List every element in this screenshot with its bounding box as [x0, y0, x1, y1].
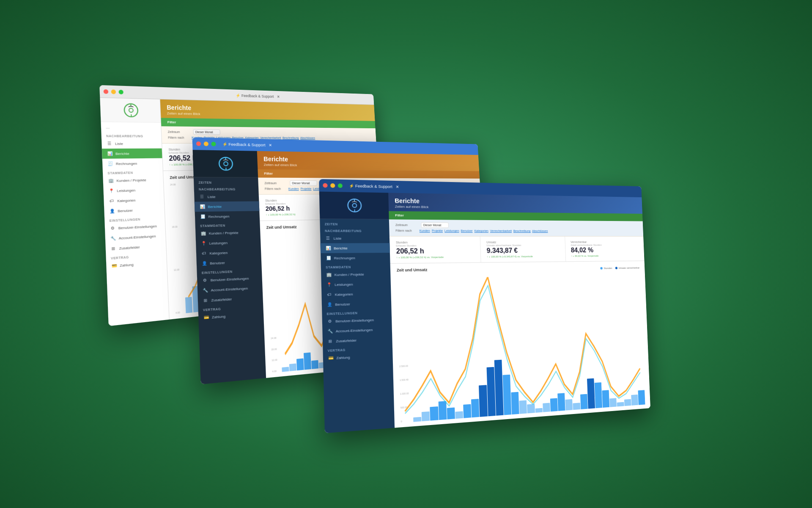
- sidebar-item-rechnungen-3[interactable]: 🧾 Rechnungen: [321, 253, 390, 263]
- svg-point-5: [224, 162, 228, 166]
- fl-kategorien-3[interactable]: Kategorien: [474, 229, 488, 232]
- logo-icon-2: [217, 156, 235, 172]
- filter-bar-2: Filter: [258, 169, 480, 179]
- stat-umsatz-3: Umsatz Umsatz abrechenbarer Stunden 9.34…: [480, 237, 566, 262]
- user-icon-3: 👤: [326, 302, 332, 307]
- page-header-2: Berichte Zeiten auf einen Blick: [257, 151, 479, 171]
- user-settings-icon-1: ⚙: [110, 225, 115, 231]
- cat-icon-2: 🏷: [201, 251, 207, 256]
- user-icon-2: 👤: [201, 261, 207, 266]
- fl-beschreibung-3[interactable]: Beschreibung: [513, 229, 531, 232]
- sidebar-item-kunden-3[interactable]: 🏢 Kunden / Projekte: [321, 269, 391, 280]
- window-max-2[interactable]: [211, 142, 216, 146]
- sidebar-item-rechnungen-1[interactable]: 🧾 Rechnungen: [102, 158, 163, 169]
- services-icon-3: 📍: [326, 282, 332, 287]
- payment-icon-3: 💳: [328, 355, 334, 361]
- clients-icon-2: 🏢: [200, 231, 206, 236]
- app-body-3: Zeiten Nachbearbeitung ☰ Liste 📊 Bericht…: [319, 192, 650, 433]
- cat-icon-3: 🏷: [326, 292, 332, 297]
- sidebar-item-liste-3[interactable]: ☰ Liste: [320, 233, 390, 243]
- extra-icon-2: ⊞: [203, 298, 208, 304]
- account-icon-3: 🔧: [327, 329, 333, 334]
- services-icon-2: 📍: [200, 240, 206, 246]
- clients-icon-3: 🏢: [326, 272, 332, 277]
- filter-label-3: Filter: [395, 213, 404, 217]
- zeitraum-select-2[interactable]: Dieser Monat: [290, 180, 317, 186]
- filter-section-3: Zeitraum Dieser Monat Filtern nach Kunde…: [389, 219, 643, 236]
- list-icon-3: ☰: [325, 236, 331, 241]
- screens-container: ⚡ Feedback & Support ✕: [110, 64, 702, 444]
- logo-icon-1: [122, 102, 140, 119]
- chart-area-3: Zeit und Umsatz Stunden Umsatz verrechen…: [390, 261, 650, 428]
- services-icon-1: 📍: [108, 188, 114, 193]
- filter-link-abschluessen-1[interactable]: Abschlüssen: [300, 136, 315, 139]
- extra-icon-1: ⊞: [110, 246, 116, 251]
- window-max-1[interactable]: [118, 89, 123, 94]
- sidebar-item-liste-1[interactable]: ☰ Liste: [102, 138, 162, 149]
- sidebar-item-rechnungen-2[interactable]: 🧾 Rechnungen: [195, 211, 260, 222]
- sidebar-item-berichte-3[interactable]: 📊 Berichte: [321, 243, 390, 253]
- invoice-icon-3: 🧾: [325, 255, 331, 261]
- stat-verrechenbar-3: Verrechenbar Anteil verrechenbarer Stund…: [565, 237, 645, 262]
- window-close-1[interactable]: [104, 89, 109, 94]
- zeitraum-select-3[interactable]: Dieser Monat: [421, 222, 448, 228]
- window-max-3[interactable]: [338, 183, 343, 188]
- sidebar-item-liste-2[interactable]: ☰ Liste: [194, 192, 259, 202]
- invoice-icon-1: 🧾: [107, 161, 113, 166]
- account-icon-1: 🔧: [110, 235, 116, 241]
- window-min-2[interactable]: [204, 141, 208, 146]
- chart-legend-3: Stunden Umsatz verrechenbar: [601, 267, 640, 270]
- logo-area-3: [319, 192, 389, 220]
- section-nachbearbeitung-3: Nachbearbeitung: [320, 226, 390, 233]
- sidebar-item-berichte-2[interactable]: 📊 Berichte: [195, 201, 260, 212]
- stat-stunden-3: Stunden Erfasste Stunden 206,52 h ↑ + 10…: [390, 237, 481, 263]
- feedback-label-2: ⚡ Feedback & Support ✕: [222, 142, 272, 147]
- feedback-label-3: ⚡ Feedback & Support ✕: [349, 184, 399, 189]
- feedback-label-1: ⚡ Feedback & Support ✕: [236, 93, 280, 99]
- fl-benutzer-3[interactable]: Benutzer: [461, 229, 473, 232]
- payment-icon-2: 💳: [203, 315, 209, 320]
- logo-area-2: [193, 150, 258, 178]
- section-zeiten-3: Zeiten: [320, 219, 389, 227]
- list-icon-2: ☰: [199, 194, 205, 199]
- fl-kunden-2[interactable]: Kunden: [288, 187, 299, 190]
- sidebar-1: — Nachbearbeitung ☰ Liste 📊 Berichte 🧾 R…: [100, 98, 170, 326]
- user-settings-icon-2: ⚙: [202, 277, 208, 283]
- sidebar-section-nachbearbeitung-2: Nachbearbeitung: [194, 185, 258, 192]
- user-icon-1: 👤: [109, 208, 115, 214]
- sidebar-item-berichte-1[interactable]: 📊 Berichte: [102, 149, 162, 159]
- window-min-1[interactable]: [111, 89, 116, 94]
- payment-icon-1: 💳: [111, 263, 117, 269]
- section-nachbearbeitung-1: Nachbearbeitung: [101, 132, 161, 139]
- window-close-3[interactable]: [323, 183, 327, 188]
- clients-icon-1: 🏢: [108, 178, 114, 183]
- sidebar-item-leistungen-3[interactable]: 📍 Leistungen: [321, 279, 391, 290]
- window-close-2[interactable]: [196, 141, 201, 146]
- fl-verrechenbarkeit-3[interactable]: Verrechenbarkeit: [490, 229, 512, 232]
- filter-link-beschreibung-1[interactable]: Beschreibung: [283, 136, 299, 139]
- sidebar-2: Zeiten Nachbearbeitung ☰ Liste 📊 Bericht…: [193, 150, 266, 384]
- window-min-3[interactable]: [330, 183, 335, 188]
- fl-abschluessen-3[interactable]: Abschlüssen: [532, 229, 548, 232]
- zeitraum-value-1[interactable]: Dieser Monat: [193, 129, 220, 135]
- fl-kunden-3[interactable]: Kunden: [420, 229, 430, 232]
- filter-row-zeitraum-1: Zeitraum Dieser Monat: [167, 129, 371, 136]
- logo-area-1: [100, 98, 161, 123]
- logo-icon-3: [346, 197, 363, 213]
- section-zeiten-2: Zeiten: [194, 177, 258, 185]
- main-content-3: Berichte Zeiten auf einen Blick Filter Z…: [388, 193, 650, 428]
- fl-leistungen-3[interactable]: Leistungen: [444, 229, 459, 232]
- cat-icon-1: 🏷: [109, 198, 115, 204]
- svg-point-9: [352, 204, 357, 208]
- list-icon-1: ☰: [107, 141, 112, 146]
- account-icon-2: 🔧: [202, 287, 208, 293]
- chart-icon-1: 📊: [107, 151, 112, 156]
- fl-projekte-3[interactable]: Projekte: [432, 229, 443, 232]
- filtern-label-1: Filtern nach: [168, 136, 190, 139]
- chart-icon-3: 📊: [325, 246, 331, 251]
- filter-label-2: Filter: [264, 171, 273, 175]
- stats-row-3: Stunden Erfasste Stunden 206,52 h ↑ + 10…: [390, 237, 645, 264]
- app-window-3: ⚡ Feedback & Support ✕ Zeiten: [319, 179, 650, 433]
- fl-projekte-2[interactable]: Projekte: [300, 187, 311, 190]
- filter-label-1: Filter: [167, 120, 176, 124]
